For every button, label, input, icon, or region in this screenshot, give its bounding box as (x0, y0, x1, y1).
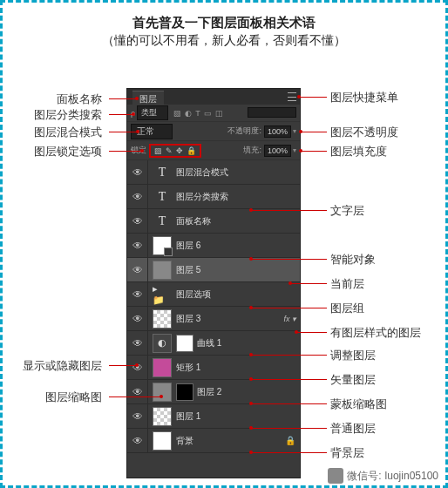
mask-thumb (176, 383, 193, 401)
visibility-toggle[interactable]: 👁 (127, 160, 148, 184)
callout-label: 调整图层 (330, 348, 376, 363)
visibility-toggle[interactable]: 👁 (127, 356, 148, 379)
layer-row[interactable]: 👁矩形 1 (127, 356, 300, 380)
fill-value[interactable]: 100% (264, 145, 291, 157)
layer-thumb (153, 383, 172, 402)
visibility-toggle[interactable]: 👁 (127, 307, 148, 330)
callout-label: 文字层 (330, 203, 364, 219)
lock-options: ▨ ✎ ✥ 🔒 (149, 144, 201, 158)
callout-label: 蒙板缩略图 (330, 396, 387, 412)
callout-label: 图层缩略图 (8, 390, 102, 405)
opacity-arrow-icon[interactable]: ▾ (293, 127, 296, 135)
callout-line (251, 210, 327, 211)
callout-line (251, 379, 327, 380)
layer-row[interactable]: 👁图层 5 (127, 258, 300, 282)
opacity-value[interactable]: 100% (264, 125, 291, 138)
visibility-toggle[interactable]: 👁 (127, 331, 148, 355)
layer-thumb (153, 407, 172, 426)
callout-line (109, 132, 138, 132)
filter-pixel-icon[interactable]: ▧ (173, 109, 181, 118)
callout-line (301, 132, 327, 132)
layer-name[interactable]: 图层混合模式 (176, 166, 300, 179)
layer-row[interactable]: 👁图层 3fx ▾ (127, 307, 300, 331)
callout-line (251, 452, 327, 453)
text-layer-icon: T (153, 212, 172, 231)
callout-line (299, 97, 327, 98)
callout-label: 有图层样式的图层 (330, 325, 421, 341)
fill-arrow-icon[interactable]: ▾ (293, 146, 296, 154)
layer-name[interactable]: 图层分类搜索 (176, 191, 300, 203)
callout-label: 背景层 (330, 445, 364, 461)
lock-icon: 🔒 (285, 436, 295, 445)
lock-transparent-icon[interactable]: ▨ (154, 146, 162, 155)
layer-row[interactable]: 👁▸ 📁图层选项 (127, 282, 300, 307)
filter-adjust-icon[interactable]: ◐ (185, 109, 192, 118)
callout-label: 图层快捷菜单 (330, 90, 398, 105)
filter-shape-icon[interactable]: ▭ (204, 109, 212, 118)
callout-label: 当前层 (330, 276, 364, 292)
layer-row[interactable]: 👁图层 1 (127, 404, 300, 429)
layer-row[interactable]: 👁T面板名称 (127, 209, 300, 234)
callout-line (109, 365, 137, 366)
layer-name[interactable]: 图层 5 (176, 264, 300, 276)
layer-name[interactable]: 矩形 1 (176, 362, 300, 374)
callout-line (251, 428, 327, 429)
callout-label: 图层填充度 (330, 144, 387, 159)
filter-type-select[interactable]: 类型 (137, 105, 168, 120)
visibility-toggle[interactable]: 👁 (127, 209, 148, 233)
fill-label: 填充: (243, 145, 261, 156)
text-layer-icon: T (153, 187, 172, 207)
layer-name[interactable]: 图层 2 (197, 386, 300, 398)
layer-name[interactable]: 图层 3 (176, 313, 283, 325)
callout-label: 智能对象 (330, 252, 376, 268)
fx-badge[interactable]: fx ▾ (283, 315, 296, 323)
callout-line (251, 259, 327, 260)
layer-row[interactable]: 👁图层 2 (127, 380, 300, 404)
layer-name[interactable]: 背景 (176, 435, 285, 447)
visibility-toggle[interactable]: 👁 (127, 185, 148, 208)
callout-line (251, 403, 327, 404)
layer-name[interactable]: 图层 6 (176, 240, 300, 252)
lock-position-icon[interactable]: ✥ (176, 146, 183, 155)
layer-row[interactable]: 👁◐曲线 1 (127, 331, 300, 356)
visibility-toggle[interactable]: 👁 (127, 404, 148, 428)
title-line1: 首先普及一下图层面板相关术语 (3, 15, 445, 31)
layer-name[interactable]: 曲线 1 (197, 337, 300, 349)
filter-text-icon[interactable]: T (195, 109, 200, 118)
callout-label: 图层混合模式 (8, 125, 102, 140)
folder-icon[interactable]: ▸ 📁 (153, 285, 172, 304)
layer-row[interactable]: 👁图层 6 (127, 234, 300, 258)
lock-pixels-icon[interactable]: ✎ (166, 146, 173, 155)
visibility-toggle[interactable]: 👁 (127, 429, 148, 452)
filter-search[interactable] (248, 107, 296, 118)
callout-line (296, 332, 327, 333)
callout-label: 图层分类搜索 (8, 107, 102, 123)
layer-row[interactable]: 👁T图层混合模式 (127, 160, 300, 185)
callout-label: 图层组 (330, 301, 364, 316)
panel-menu-icon[interactable] (288, 92, 296, 101)
visibility-toggle[interactable]: 👁 (127, 234, 148, 257)
callout-line (109, 98, 137, 99)
visibility-toggle[interactable]: 👁 (127, 380, 148, 403)
panel-header: 图层 (127, 89, 300, 105)
layer-row[interactable]: 👁背景🔒 (127, 429, 300, 453)
mask-thumb (176, 335, 193, 352)
callout-line (251, 308, 327, 308)
lock-all-icon[interactable]: 🔒 (187, 146, 196, 155)
title-line2: （懂的可以不用看，新人必看，否则看不懂） (3, 33, 445, 49)
filter-row: ρ 类型 ▧ ◐ T ▭ ◫ (127, 105, 300, 122)
callout-line (109, 396, 161, 397)
layer-row[interactable]: 👁T图层分类搜索 (127, 185, 300, 209)
layer-name[interactable]: 面板名称 (176, 215, 300, 227)
visibility-toggle[interactable]: 👁 (127, 258, 148, 281)
layer-name[interactable]: 图层选项 (176, 288, 300, 301)
filter-smart-icon[interactable]: ◫ (215, 109, 223, 118)
visibility-toggle[interactable]: 👁 (127, 282, 148, 306)
layers-panel: 图层 ρ 类型 ▧ ◐ T ▭ ◫ 正常 不透明度: 100% ▾ 锁定 ▨ ✎… (126, 88, 301, 478)
lock-row: 锁定 ▨ ✎ ✥ 🔒 填充: 100% ▾ (127, 141, 300, 160)
wechat-icon (328, 468, 343, 484)
callout-label: 面板名称 (8, 92, 102, 107)
text-layer-icon: T (153, 163, 172, 182)
layer-name[interactable]: 图层 1 (176, 410, 300, 423)
callout-label: 图层不透明度 (330, 125, 398, 140)
